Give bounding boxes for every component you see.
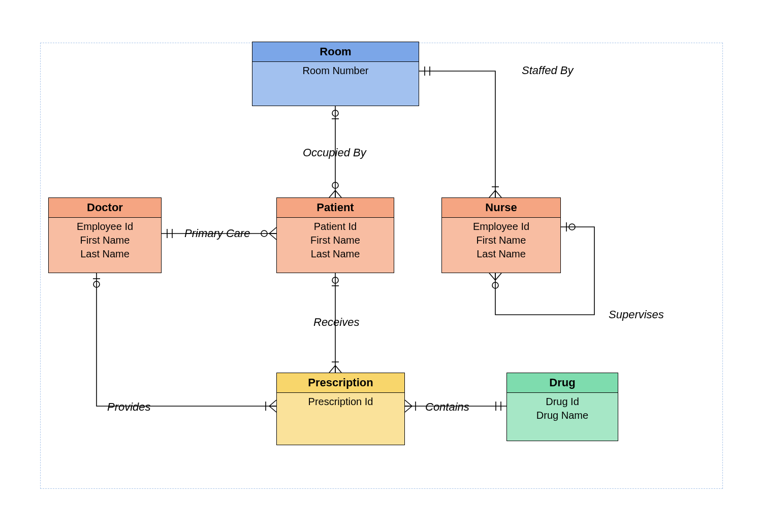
- entity-attr: Last Name: [446, 247, 556, 261]
- entity-drug-header: Drug: [507, 373, 618, 393]
- entity-attr: First Name: [446, 234, 556, 247]
- entity-attr: Employee Id: [53, 220, 157, 234]
- entity-patient[interactable]: Patient Patient Id First Name Last Name: [276, 197, 394, 273]
- rel-staffed-by: Staffed By: [522, 64, 574, 77]
- entity-room-header: Room: [252, 42, 419, 62]
- entity-attr: Prescription Id: [281, 395, 400, 409]
- rel-receives: Receives: [313, 316, 359, 329]
- entity-attr: Employee Id: [446, 220, 556, 234]
- entity-attr: Last Name: [281, 247, 390, 261]
- entity-attr: First Name: [281, 234, 390, 247]
- entity-prescription-body: Prescription Id: [277, 393, 404, 445]
- entity-nurse[interactable]: Nurse Employee Id First Name Last Name: [441, 197, 561, 273]
- entity-prescription-header: Prescription: [277, 373, 404, 393]
- entity-patient-body: Patient Id First Name Last Name: [277, 218, 394, 273]
- entity-attr: Room Number: [257, 64, 415, 78]
- entity-drug-body: Drug Id Drug Name: [507, 393, 618, 441]
- rel-provides: Provides: [107, 401, 151, 414]
- entity-attr: Drug Name: [511, 409, 614, 422]
- entity-room[interactable]: Room Room Number: [252, 42, 419, 106]
- entity-attr: Drug Id: [511, 395, 614, 409]
- entity-doctor[interactable]: Doctor Employee Id First Name Last Name: [48, 197, 162, 273]
- entity-doctor-header: Doctor: [49, 198, 161, 218]
- entity-nurse-body: Employee Id First Name Last Name: [442, 218, 560, 273]
- entity-prescription[interactable]: Prescription Prescription Id: [276, 373, 405, 445]
- entity-attr: Patient Id: [281, 220, 390, 234]
- entity-attr: First Name: [53, 234, 157, 247]
- entity-nurse-header: Nurse: [442, 198, 560, 218]
- entity-room-body: Room Number: [252, 62, 419, 106]
- entity-drug[interactable]: Drug Drug Id Drug Name: [506, 373, 618, 441]
- rel-primary-care: Primary Care: [184, 227, 250, 240]
- entity-patient-header: Patient: [277, 198, 394, 218]
- rel-supervises: Supervises: [609, 308, 664, 321]
- entity-attr: Last Name: [53, 247, 157, 261]
- rel-contains: Contains: [425, 401, 469, 414]
- entity-doctor-body: Employee Id First Name Last Name: [49, 218, 161, 273]
- rel-occupied-by: Occupied By: [303, 146, 366, 159]
